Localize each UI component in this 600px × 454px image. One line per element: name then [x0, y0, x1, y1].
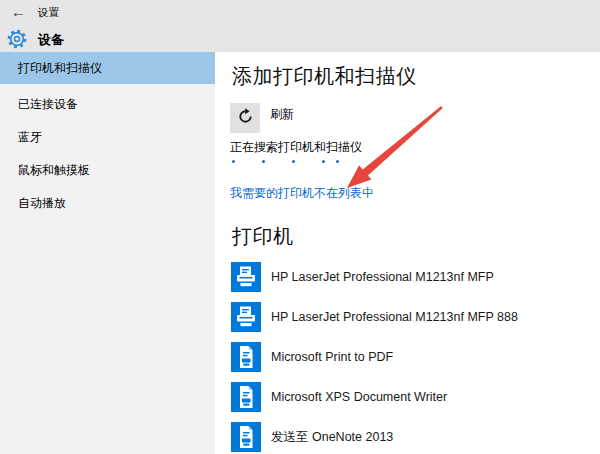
sidebar-item-printers-scanners[interactable]: 打印机和扫描仪 [0, 52, 215, 84]
printer-not-listed-link[interactable]: 我需要的打印机不在列表中 [230, 185, 374, 202]
sidebar-item-label: 打印机和扫描仪 [18, 60, 102, 77]
sidebar-item-bluetooth[interactable]: 蓝牙 [0, 121, 215, 154]
printer-name: HP LaserJet Professional M1213nf MFP 888 [271, 310, 518, 324]
back-icon[interactable]: ← [11, 3, 26, 21]
printer-row-xps-writer[interactable]: Microsoft XPS Document Writer [231, 382, 447, 412]
sidebar-item-connected-devices[interactable]: 已连接设备 [0, 88, 215, 121]
document-printer-icon [231, 422, 261, 452]
gear-icon [7, 29, 27, 49]
printer-name: HP LaserJet Professional M1213nf MFP [271, 270, 494, 284]
sidebar-item-autoplay[interactable]: 自动播放 [0, 187, 215, 220]
app-title: 设置 [38, 6, 59, 20]
document-printer-icon [231, 342, 261, 372]
top-band: ← 设置 设备 [0, 0, 600, 52]
sidebar-item-label: 自动播放 [18, 195, 66, 212]
progress-dot [322, 160, 325, 163]
printer-icon [231, 262, 261, 292]
add-printers-heading: 添加打印机和扫描仪 [232, 63, 417, 90]
sidebar-item-label: 已连接设备 [18, 96, 78, 113]
document-printer-icon [231, 382, 261, 412]
printer-name: Microsoft Print to PDF [271, 350, 393, 364]
printer-name: 发送至 OneNote 2013 [271, 429, 393, 446]
printer-icon [231, 302, 261, 332]
sidebar-item-label: 蓝牙 [18, 129, 42, 146]
printer-row-onenote-2013[interactable]: 发送至 OneNote 2013 [231, 422, 393, 452]
printer-name: Microsoft XPS Document Writer [271, 390, 447, 404]
refresh-label: 刷新 [270, 106, 294, 123]
page-title: 设备 [38, 31, 64, 49]
progress-dot [232, 160, 235, 163]
printer-row-hp-m1213nf[interactable]: HP LaserJet Professional M1213nf MFP [231, 262, 494, 292]
sidebar-item-mouse-touchpad[interactable]: 鼠标和触摸板 [0, 154, 215, 187]
printer-row-hp-m1213nf-888[interactable]: HP LaserJet Professional M1213nf MFP 888 [231, 302, 518, 332]
sidebar: 打印机和扫描仪 已连接设备 蓝牙 鼠标和触摸板 自动播放 [0, 52, 215, 454]
searching-status: 正在搜索打印机和扫描仪 [230, 139, 362, 156]
progress-dot [292, 160, 295, 163]
refresh-button[interactable] [230, 103, 260, 133]
printer-row-print-to-pdf[interactable]: Microsoft Print to PDF [231, 342, 393, 372]
refresh-icon [236, 107, 255, 130]
progress-dot [336, 160, 339, 163]
sidebar-item-label: 鼠标和触摸板 [18, 162, 90, 179]
progress-dot [262, 160, 265, 163]
printers-heading: 打印机 [232, 223, 294, 250]
